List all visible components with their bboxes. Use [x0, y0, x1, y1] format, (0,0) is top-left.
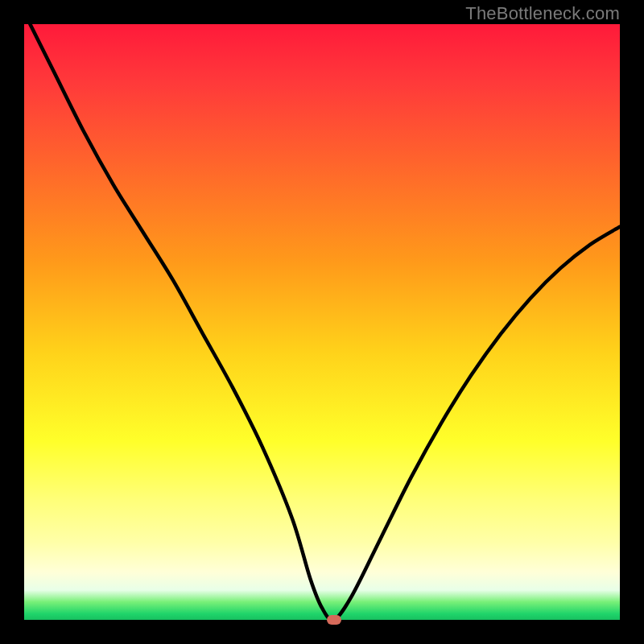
plot-area — [24, 24, 620, 620]
optimum-marker — [327, 615, 341, 625]
watermark-text: TheBottleneck.com — [465, 3, 620, 24]
bottleneck-curve — [24, 24, 620, 620]
chart-frame: TheBottleneck.com — [0, 0, 644, 644]
